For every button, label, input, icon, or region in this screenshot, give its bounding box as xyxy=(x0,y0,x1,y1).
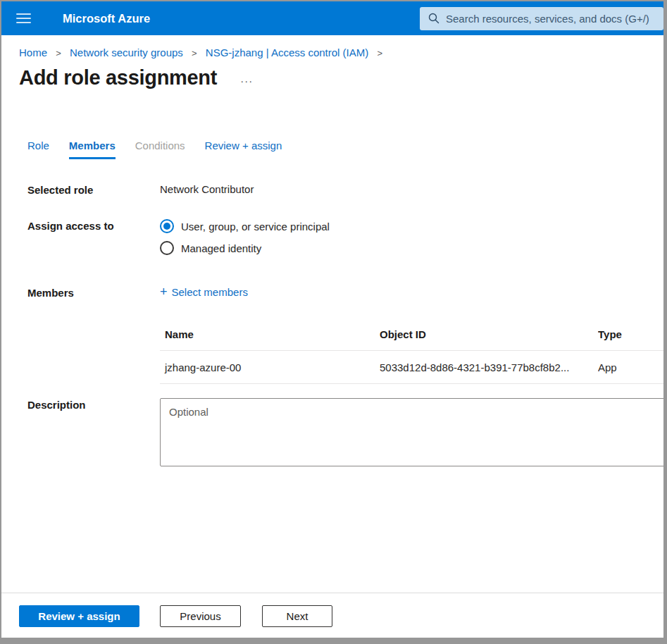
breadcrumb-separator: > xyxy=(192,48,197,58)
azure-portal-window: Microsoft Azure Home > Network security … xyxy=(0,0,667,644)
radio-label: User, group, or service principal xyxy=(181,221,330,233)
breadcrumb-network-security-groups[interactable]: Network security groups xyxy=(70,47,183,58)
member-type-cell: App xyxy=(598,361,667,373)
breadcrumb-home[interactable]: Home xyxy=(19,47,47,58)
selected-role-row: Selected role Network Contributor xyxy=(27,183,663,196)
radio-user-group-service-principal[interactable]: User, group, or service principal xyxy=(160,219,663,233)
member-object-id-cell: 5033d12d-8d86-4321-b391-77b8cf8b2... xyxy=(380,361,598,373)
radio-managed-identity[interactable]: Managed identity xyxy=(160,241,663,255)
assign-access-to-label: Assign access to xyxy=(27,219,160,263)
search-icon xyxy=(428,13,440,24)
top-bar: Microsoft Azure xyxy=(1,1,663,35)
add-icon: + xyxy=(160,287,168,297)
tab-review-assign[interactable]: Review + assign xyxy=(205,140,282,159)
global-search-box[interactable] xyxy=(420,7,663,30)
overflow-menu-icon[interactable]: ··· xyxy=(240,69,253,87)
selected-role-value: Network Contributor xyxy=(160,183,663,196)
review-assign-button[interactable]: Review + assign xyxy=(19,605,139,627)
tab-conditions[interactable]: Conditions xyxy=(135,140,185,159)
breadcrumb: Home > Network security groups > NSG-jzh… xyxy=(19,47,663,60)
breadcrumb-separator: > xyxy=(56,48,61,58)
members-row: Members + Select members Name Object ID … xyxy=(27,286,663,384)
hamburger-menu-icon[interactable] xyxy=(16,11,31,26)
members-table: Name Object ID Type jzhang-azure-00 5033… xyxy=(160,328,667,384)
radio-unselected-icon xyxy=(160,241,174,255)
radio-selected-icon xyxy=(160,219,174,233)
tab-bar: Role Members Conditions Review + assign xyxy=(27,140,663,159)
table-row: jzhang-azure-00 5033d12d-8d86-4321-b391-… xyxy=(160,351,667,384)
selected-role-label: Selected role xyxy=(27,183,160,196)
role-assignment-form: Selected role Network Contributor Assign… xyxy=(1,183,663,469)
members-table-header: Name Object ID Type xyxy=(160,328,667,351)
breadcrumb-nsg-access-control[interactable]: NSG-jzhang | Access control (IAM) xyxy=(206,47,368,58)
assign-access-to-row: Assign access to User, group, or service… xyxy=(27,219,663,263)
next-button[interactable]: Next xyxy=(262,605,332,627)
member-name-cell: jzhang-azure-00 xyxy=(160,361,380,373)
breadcrumb-separator: > xyxy=(377,48,382,58)
tab-role[interactable]: Role xyxy=(27,140,49,159)
title-row: Add role assignment ··· xyxy=(19,66,663,89)
footer-bar: Review + assign Previous Next xyxy=(1,593,663,638)
previous-button[interactable]: Previous xyxy=(160,605,241,627)
app-title[interactable]: Microsoft Azure xyxy=(63,12,150,25)
radio-label: Managed identity xyxy=(181,242,261,254)
page-title: Add role assignment xyxy=(19,66,217,89)
column-header-name: Name xyxy=(160,328,380,340)
description-row: Description xyxy=(27,398,663,469)
description-input[interactable] xyxy=(160,398,667,466)
tab-members[interactable]: Members xyxy=(69,140,116,159)
description-label: Description xyxy=(27,398,160,469)
search-input[interactable] xyxy=(446,13,663,25)
column-header-type: Type xyxy=(598,328,667,340)
select-members-label: Select members xyxy=(172,286,248,298)
select-members-link[interactable]: + Select members xyxy=(160,286,248,298)
members-label: Members xyxy=(27,286,160,384)
column-header-object-id: Object ID xyxy=(380,328,598,340)
